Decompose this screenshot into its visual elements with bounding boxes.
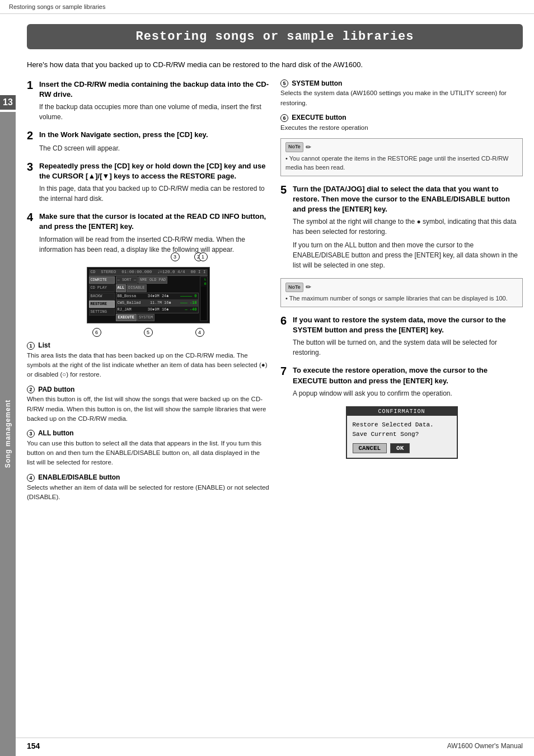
step-4-title: Make sure that the cursor is located at … [39,212,269,232]
note-label-2: NoTe ✏ [285,282,518,292]
note-box-1: NoTe ✏ • You cannot operate the items in… [280,138,523,176]
step-5-header: 5 Turn the [DATA/JOG] dial to select the… [280,184,523,215]
confirmation-popup: CONFIRMATION Restore Selected Data. Save… [346,406,458,459]
sub-item-5-header: 5 SYSTEM button [280,79,523,88]
step-1-title: Insert the CD-R/RW media containing the … [39,79,269,100]
screen-list-row-3: RJ_JAM 30♦9M 16♣ — -40 [116,307,198,313]
sub-item-1-num: 1 [27,342,35,350]
screen-nav-restore: RESTORE [89,300,115,308]
popup-title-bar: CONFIRMATION [347,407,457,416]
step-3-header: 3 Repeatedly press the [CD] key or hold … [27,161,269,181]
screen-btn-system: SYSTEM [137,314,154,321]
step-5-title: Turn the [DATA/JOG] dial to select the d… [293,184,523,215]
step-7-num: 7 [280,365,289,377]
sub-item-5-body: Selects the system data (AW1600 settings… [280,88,523,108]
page-title: Restoring songs or sample libraries [38,30,512,44]
sub-item-3-header: 3 ALL button [27,429,269,438]
screen-list-row-1: BB_Bossa 34♦9M 24♣ ————— 0 [116,293,198,300]
main-content: Restoring songs or sample libraries Here… [16,24,534,530]
step-5: 5 Turn the [DATA/JOG] dial to select the… [280,184,523,271]
step-2-body: The CD screen will appear. [39,143,269,153]
chapter-number: 13 [0,95,16,110]
sub-item-4-num: 4 [27,474,35,482]
step-3: 3 Repeatedly press the [CD] key or hold … [27,161,269,204]
sub-item-6-num: 6 [280,114,288,122]
screen-meters: 00 I I [190,270,205,275]
screen-tempo: ♩=120.0 4/4 [157,270,185,275]
popup-line2: Save Current Song? [353,430,451,440]
step-1-header: 1 Insert the CD-R/RW media containing th… [27,79,269,100]
manual-title: AW1600 Owner's Manual [447,742,523,750]
note-label-1: NoTe ✏ [285,142,518,152]
sub-item-2-body: When this button is off, the list will s… [27,395,269,424]
note-text-1: • You cannot operate the items in the RE… [285,154,518,172]
popup-ok-button[interactable]: OK [390,443,410,453]
sub-item-1: 1 List This area lists the data that has… [27,341,269,380]
callout-1-label: 1 [199,252,208,261]
step-7-body: A popup window will ask you to confirm t… [293,388,523,398]
popup-line1: Restore Selected Data. [353,420,451,430]
step-5-body-1: The symbol at the right will change to t… [293,217,523,237]
pencil-icon-1: ✏ [306,142,311,152]
sub-item-3: 3 ALL button You can use this button to … [27,429,269,468]
screen-nav-cdwrite: CDWRITE [89,276,115,284]
sub-item-4-header: 4 ENABLE/DISABLE button [27,473,269,482]
screen-mockup: CD STEREO 01:00:00.000 ♩=120.0 4/4 00 I … [87,267,210,323]
screen-stereo: STEREO [101,270,116,275]
step-4-num: 4 [27,212,36,223]
breadcrumb: Restoring songs or sample libraries [0,0,534,14]
sub-item-5: 5 SYSTEM button Selects the system data … [280,79,523,108]
note-text-2: • The maximum number of songs or sample … [285,294,518,303]
sub-item-6-header: 6 EXECUTE button [280,114,523,122]
screen-vu-meter: L R [201,278,207,287]
step-6-body: The button will be turned on, and the sy… [293,337,523,358]
step-3-body: In this page, data that you backed up to… [39,184,269,204]
screen-btn-nme-old-pad: NME OLD PAD [138,276,167,284]
screen-timecode: 01:00:00.000 [121,270,152,275]
sub-item-2-header: 2 PAD button [27,386,269,394]
page-footer: 154 AW1600 Owner's Manual [16,738,534,750]
intro-text: Here's how data that you backed up to CD… [27,59,523,71]
sub-item-4-body: Selects whether an item of data will be … [27,483,269,503]
callout-4-label: 4 [195,328,204,337]
screen-nav-backw: BACKW [89,293,115,300]
popup-buttons: CANCEL OK [353,443,451,453]
screen-btn-all: ALL [116,284,127,292]
page-number: 154 [27,741,40,750]
step-6-title: If you want to restore the system data, … [293,315,523,335]
step-2-header: 2 In the Work Navigate section, press th… [27,130,269,141]
two-column-layout: 1 Insert the CD-R/RW media containing th… [27,79,523,508]
step-7: 7 To execute the restore operation, move… [280,365,523,398]
sub-item-5-num: 5 [280,79,288,87]
screen-btn-disable: DISABLE [127,284,146,292]
pencil-icon-2: ✏ [306,282,311,292]
sub-item-6: 6 EXECUTE button Executes the restore op… [280,114,523,133]
sub-item-1-body: This area lists the data that has been b… [27,351,269,380]
note-tag-1: NoTe [285,142,303,152]
side-tab-label: Song management [4,400,12,468]
step-6-header: 6 If you want to restore the system data… [280,315,523,335]
sub-item-1-header: 1 List [27,341,269,350]
callout-5-label: 5 [144,328,153,337]
step-3-title: Repeatedly press the [CD] key or hold do… [39,161,269,181]
screen-btn-execute: EXECUTE [116,314,137,321]
step-4-header: 4 Make sure that the cursor is located a… [27,212,269,232]
step-4: 4 Make sure that the cursor is located a… [27,212,269,254]
step-4-body: Information will be read from the insert… [39,234,269,255]
note-tag-2: NoTe [285,283,303,293]
sub-item-3-num: 3 [27,430,35,438]
step-6: 6 If you want to restore the system data… [280,315,523,358]
right-column: 5 SYSTEM button Selects the system data … [280,79,523,508]
popup-cancel-button[interactable]: CANCEL [353,443,387,453]
callout-6-label: 6 [92,328,101,337]
screen-mode: CD [91,270,96,275]
screen-list-row-2: CWS_Ballad 11.7M 16♣ ——— -18 [116,300,198,307]
left-column: 1 Insert the CD-R/RW media containing th… [27,79,269,508]
sub-item-4: 4 ENABLE/DISABLE button Selects whether … [27,473,269,502]
sub-item-3-body: You can use this button to select all th… [27,439,269,468]
step-1-body: If the backup data occupies more than on… [39,102,269,122]
step-2-num: 2 [27,130,36,141]
screen-nav-setting: SETTING [89,308,115,316]
step-6-num: 6 [280,315,289,326]
sub-item-2-num: 2 [27,386,35,393]
